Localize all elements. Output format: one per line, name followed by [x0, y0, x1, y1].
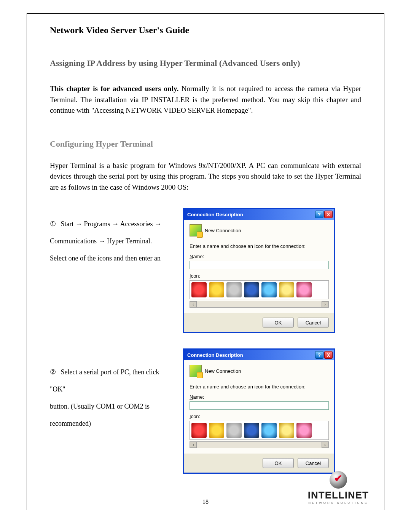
- name-input[interactable]: [190, 401, 329, 410]
- icon-option-1[interactable]: [191, 423, 207, 438]
- close-button[interactable]: X: [324, 351, 333, 359]
- connection-icon: [190, 365, 202, 377]
- dialog-prompt: Enter a name and choose an icon for the …: [190, 243, 329, 249]
- section-title: Configuring Hyper Terminal: [50, 139, 361, 149]
- dialog-title: Connection Description: [187, 212, 243, 217]
- connection-description-dialog-2: Connection Description ? X New Connectio…: [183, 348, 335, 474]
- scroll-left-button[interactable]: ‹: [190, 442, 197, 448]
- icon-option-6[interactable]: [279, 423, 294, 438]
- scroll-right-button[interactable]: ›: [322, 442, 328, 448]
- step-1-line-3: Select one of the icons and then enter a…: [50, 254, 161, 262]
- scroll-right-button[interactable]: ›: [322, 301, 328, 307]
- step-2-text: ② Select a serial port of PC, then click…: [50, 348, 175, 432]
- icon-option-1[interactable]: [191, 282, 207, 297]
- step-1-row: ① Start → Programs → Accessories → Commu…: [50, 208, 361, 333]
- brand-name: INTELLINET: [308, 489, 369, 501]
- icon-option-4[interactable]: [244, 282, 259, 297]
- icon-scrollbar[interactable]: ‹ ›: [190, 301, 329, 308]
- step-2-enum: ②: [50, 368, 56, 376]
- icon-option-2[interactable]: [209, 423, 224, 438]
- icon-option-5[interactable]: [261, 423, 277, 438]
- step-1-line-1: Start → Programs → Accessories →: [61, 220, 161, 228]
- step-2-row: ② Select a serial port of PC, then click…: [50, 348, 361, 474]
- connection-description-dialog-1: Connection Description ? X New Connectio…: [183, 208, 335, 333]
- intro-bold: This chapter is for advanced users only.: [50, 85, 178, 93]
- name-label: Name:: [190, 254, 329, 259]
- icon-option-3[interactable]: [226, 282, 242, 297]
- chapter-title: Assigning IP Address by using Hyper Term…: [50, 58, 361, 68]
- icon-option-5[interactable]: [261, 282, 277, 297]
- help-button[interactable]: ?: [315, 351, 323, 359]
- scroll-left-button[interactable]: ‹: [190, 301, 197, 307]
- ok-button[interactable]: OK: [263, 318, 294, 328]
- step-2-line-2: button. (Usually COM1 or COM2 is: [50, 403, 150, 410]
- new-connection-label: New Connection: [205, 228, 241, 233]
- cancel-button[interactable]: Cancel: [298, 318, 329, 328]
- icon-label: Icon:: [190, 273, 329, 279]
- intro-paragraph: This chapter is for advanced users only.…: [50, 83, 361, 116]
- name-input[interactable]: [190, 261, 329, 269]
- close-button[interactable]: X: [324, 211, 333, 218]
- brand-subtitle: NETWORK SOLUTIONS: [308, 501, 369, 505]
- dialog-titlebar[interactable]: Connection Description ? X: [184, 209, 334, 220]
- icon-option-3[interactable]: [226, 423, 242, 438]
- connection-icon: [190, 224, 202, 236]
- dialog-title: Connection Description: [187, 352, 243, 358]
- step-1-enum: ①: [50, 220, 56, 228]
- step-2-line-1: Select a serial port of PC, then click "…: [50, 368, 159, 393]
- brand-block: INTELLINET NETWORK SOLUTIONS: [308, 471, 369, 505]
- document-title: Network Video Server User's Guide: [50, 25, 361, 35]
- step-2-line-3: recommended): [50, 420, 91, 427]
- icon-strip[interactable]: [190, 280, 329, 299]
- icon-option-2[interactable]: [209, 282, 224, 297]
- icon-label: Icon:: [190, 414, 329, 419]
- icon-scrollbar[interactable]: ‹ ›: [190, 441, 329, 448]
- step-1-line-2: Communications → Hyper Terminal.: [50, 237, 152, 245]
- dialog-titlebar[interactable]: Connection Description ? X: [184, 350, 334, 360]
- dialog-prompt: Enter a name and choose an icon for the …: [190, 384, 329, 390]
- icon-option-4[interactable]: [244, 423, 259, 438]
- page-frame: Network Video Server User's Guide Assign…: [27, 13, 384, 510]
- help-button[interactable]: ?: [315, 211, 323, 218]
- icon-option-7[interactable]: [296, 282, 312, 297]
- ok-button[interactable]: OK: [263, 458, 294, 468]
- section-paragraph: Hyper Terminal is a basic program for Wi…: [50, 160, 361, 193]
- new-connection-label: New Connection: [205, 368, 241, 374]
- cancel-button[interactable]: Cancel: [298, 458, 329, 468]
- step-1-text: ① Start → Programs → Accessories → Commu…: [50, 208, 175, 267]
- icon-strip[interactable]: [190, 421, 329, 440]
- brand-logo-icon: [330, 471, 347, 489]
- name-label: Name:: [190, 394, 329, 400]
- icon-option-7[interactable]: [296, 423, 312, 438]
- icon-option-6[interactable]: [279, 282, 294, 297]
